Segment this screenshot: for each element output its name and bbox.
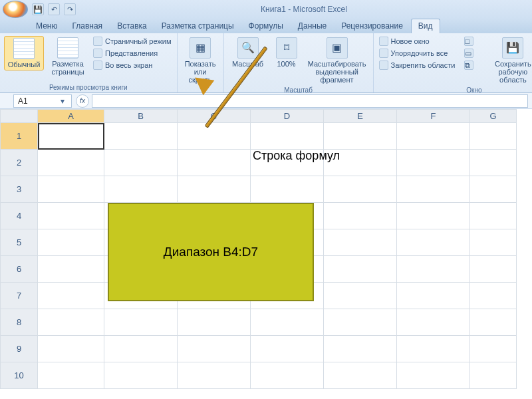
cell[interactable] (397, 256, 470, 283)
cell[interactable] (38, 203, 104, 229)
col-header-d[interactable]: D (251, 110, 324, 123)
cell[interactable] (324, 256, 397, 283)
cell[interactable] (104, 123, 178, 150)
cell[interactable] (324, 336, 397, 362)
cell[interactable] (470, 150, 517, 176)
select-all-corner[interactable] (1, 110, 38, 123)
cell[interactable] (178, 362, 251, 389)
view-normal-button[interactable]: Обычный (4, 36, 44, 70)
cell[interactable] (104, 229, 178, 256)
cell[interactable] (178, 309, 251, 336)
row-header-5[interactable]: 5 (1, 229, 38, 256)
col-header-g[interactable]: G (470, 110, 517, 123)
cell[interactable] (178, 203, 251, 229)
cell-a1[interactable] (38, 123, 104, 150)
cell[interactable] (178, 256, 251, 283)
cell[interactable] (178, 176, 251, 203)
cell[interactable] (397, 123, 470, 150)
cell[interactable] (251, 256, 324, 283)
cell[interactable] (104, 336, 178, 362)
tab-page-layout[interactable]: Разметка страницы (155, 19, 241, 33)
cell[interactable] (397, 203, 470, 229)
tab-insert[interactable]: Вставка (110, 19, 154, 33)
cell[interactable] (251, 309, 324, 336)
col-header-b[interactable]: B (104, 110, 178, 123)
formula-bar-input[interactable] (92, 94, 528, 108)
cell[interactable] (324, 203, 397, 229)
cell[interactable] (38, 256, 104, 283)
cell[interactable] (251, 229, 324, 256)
cell[interactable] (104, 283, 178, 309)
tab-review[interactable]: Рецензирование (334, 19, 410, 33)
tab-formulas[interactable]: Формулы (242, 19, 290, 33)
row-header-10[interactable]: 10 (1, 362, 38, 389)
cell[interactable] (470, 176, 517, 203)
zoom-100-button[interactable]: ⌑ 100% (272, 36, 301, 69)
fx-button[interactable]: fx (76, 94, 89, 108)
save-workspace-button[interactable]: 💾 Сохранить рабочую область (489, 36, 532, 85)
cell[interactable] (470, 283, 517, 309)
arrange-button[interactable]: Упорядочить все (378, 48, 457, 59)
cell[interactable] (397, 229, 470, 256)
hide-button[interactable]: ▭ (463, 48, 475, 59)
cell[interactable] (324, 176, 397, 203)
cell[interactable] (397, 283, 470, 309)
undo-icon[interactable]: ↶ (48, 3, 60, 15)
cell[interactable] (178, 150, 251, 176)
cell[interactable] (397, 176, 470, 203)
col-header-a[interactable]: A (38, 110, 104, 123)
save-icon[interactable]: 💾 (32, 3, 44, 15)
cell[interactable] (470, 256, 517, 283)
redo-icon[interactable]: ↷ (64, 3, 76, 15)
cell[interactable] (178, 336, 251, 362)
cell[interactable] (38, 150, 104, 176)
cell[interactable] (397, 362, 470, 389)
show-hide-button[interactable]: ▦ Показать или скрыть (182, 36, 219, 85)
cell[interactable] (397, 309, 470, 336)
page-break-button[interactable]: Страничный режим (92, 36, 173, 47)
view-page-layout-button[interactable]: Разметка страницы (48, 36, 88, 77)
row-header-2[interactable]: 2 (1, 150, 38, 176)
presentations-button[interactable]: Представления (92, 48, 173, 59)
cell[interactable] (251, 123, 324, 150)
cell[interactable] (104, 176, 178, 203)
cell[interactable] (470, 336, 517, 362)
cell[interactable] (251, 203, 324, 229)
row-header-1[interactable]: 1 (1, 123, 38, 150)
row-header-4[interactable]: 4 (1, 203, 38, 229)
cell[interactable] (38, 176, 104, 203)
tab-menu[interactable]: Меню (29, 19, 64, 33)
cell[interactable] (38, 283, 104, 309)
cell[interactable] (38, 336, 104, 362)
cell[interactable] (104, 203, 178, 229)
row-header-6[interactable]: 6 (1, 256, 38, 283)
cell[interactable] (38, 229, 104, 256)
fullscreen-button[interactable]: Во весь экран (92, 60, 173, 70)
row-header-7[interactable]: 7 (1, 283, 38, 309)
chevron-down-icon[interactable]: ▾ (58, 96, 67, 106)
zoom-selection-button[interactable]: ▣ Масштабировать выделенный фрагмент (305, 36, 369, 85)
cell[interactable] (470, 362, 517, 389)
cell[interactable] (38, 362, 104, 389)
cell[interactable] (470, 123, 517, 150)
cell[interactable] (251, 336, 324, 362)
cell[interactable] (324, 150, 397, 176)
cell[interactable] (397, 150, 470, 176)
tab-data[interactable]: Данные (291, 19, 333, 33)
worksheet-grid[interactable]: A B C D E F G 1 2 3 4 5 6 7 8 9 10 (0, 109, 532, 389)
cell[interactable] (251, 283, 324, 309)
name-box[interactable]: A1 ▾ (13, 94, 72, 108)
cell[interactable] (251, 176, 324, 203)
cell[interactable] (251, 150, 324, 176)
row-header-3[interactable]: 3 (1, 176, 38, 203)
row-header-9[interactable]: 9 (1, 336, 38, 362)
row-header-8[interactable]: 8 (1, 309, 38, 336)
col-header-f[interactable]: F (397, 110, 470, 123)
cell[interactable] (38, 309, 104, 336)
office-button[interactable] (3, 1, 28, 18)
freeze-button[interactable]: Закрепить области (378, 60, 457, 70)
cell[interactable] (251, 362, 324, 389)
cell[interactable] (178, 229, 251, 256)
tab-view[interactable]: Вид (411, 19, 440, 33)
tab-home[interactable]: Главная (65, 19, 109, 33)
